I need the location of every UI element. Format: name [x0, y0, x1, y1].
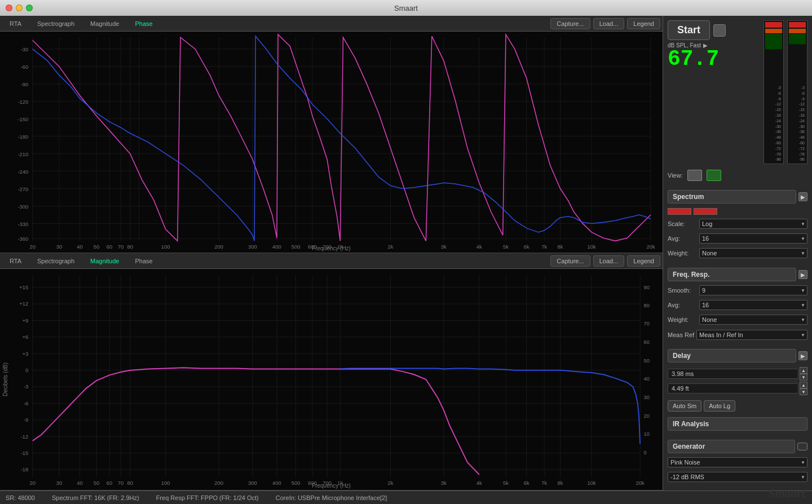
- auto-buttons: Auto Sm Auto Lg: [668, 400, 807, 412]
- ir-analysis-header[interactable]: IR Analysis: [668, 417, 807, 431]
- svg-text:+12: +12: [19, 300, 28, 307]
- freq-resp-arrow[interactable]: ▶: [798, 270, 807, 279]
- legend-btn-phase[interactable]: Legend: [627, 18, 660, 29]
- svg-rect-0: [0, 32, 663, 253]
- load-btn-mag[interactable]: Load...: [593, 255, 625, 267]
- svg-text:100: 100: [161, 480, 170, 486]
- meas-ref-label: Meas Ref: [668, 331, 694, 338]
- phase-xlabel: Frequency (Hz): [312, 245, 351, 251]
- right-panel: Start dB SPL, Fast ▶ 67.7 -3-6-9-12-15-1…: [663, 16, 812, 490]
- smooth-select-wrapper[interactable]: 9 6 12: [699, 285, 807, 295]
- svg-text:4k: 4k: [476, 244, 482, 250]
- weight-select-wrapper[interactable]: None A C: [699, 248, 807, 258]
- tab-rta-phase[interactable]: RTA: [2, 18, 29, 29]
- generator-level-wrapper[interactable]: -12 dB RMS -6 dB RMS -18 dB RMS: [668, 472, 807, 482]
- status-device: CoreIn: USBPre Microphone Interface[2]: [276, 494, 387, 501]
- generator-type-row: Pink Noise White Noise Sine Wave: [668, 457, 807, 468]
- weight2-select[interactable]: None A: [699, 315, 807, 325]
- svg-text:+15: +15: [19, 284, 28, 290]
- avg-row: Avg: 16 8 32: [668, 233, 807, 244]
- tab-phase-active[interactable]: Phase: [127, 18, 160, 29]
- capture-btn-mag[interactable]: Capture...: [550, 255, 590, 267]
- tab-spectrograph-phase[interactable]: Spectrograph: [30, 18, 82, 29]
- charts-area: RTA Spectrograph Magnitude Phase Capture…: [0, 16, 663, 490]
- tab-magnitude-phase[interactable]: Magnitude: [83, 18, 126, 29]
- weight2-select-wrapper[interactable]: None A: [699, 315, 807, 325]
- weight-select[interactable]: None A C: [699, 248, 807, 258]
- minimize-button[interactable]: [16, 5, 23, 11]
- svg-text:2k: 2k: [387, 480, 393, 486]
- scale-select[interactable]: Log Linear: [699, 219, 807, 229]
- svg-text:70: 70: [118, 244, 124, 250]
- view-btn-2[interactable]: [707, 170, 721, 181]
- svg-text:80: 80: [643, 302, 650, 308]
- phase-chart-area: PHASE Degrees: [0, 32, 663, 253]
- view-label: View:: [668, 172, 683, 179]
- weight2-label: Weight:: [668, 316, 697, 323]
- svg-text:10: 10: [643, 431, 650, 437]
- svg-text:-120: -120: [17, 99, 28, 105]
- avg2-select[interactable]: 16 8 32: [699, 300, 807, 310]
- view-btn-1[interactable]: [687, 170, 702, 181]
- svg-text:-18: -18: [21, 466, 29, 472]
- vu-green: [765, 34, 782, 85]
- weight-label: Weight:: [668, 250, 697, 257]
- delay-ft-down[interactable]: ▼: [800, 388, 807, 395]
- tab-magnitude-active[interactable]: Magnitude: [83, 255, 126, 267]
- close-button[interactable]: [6, 5, 12, 11]
- maximize-button[interactable]: [26, 5, 33, 11]
- auto-sm-button[interactable]: Auto Sm: [668, 400, 701, 412]
- weight-row: Weight: None A C: [668, 247, 807, 259]
- phase-tab-bar: RTA Spectrograph Magnitude Phase Capture…: [0, 16, 663, 32]
- tab-phase-mag[interactable]: Phase: [127, 255, 160, 267]
- delay-header[interactable]: Delay: [668, 349, 796, 362]
- spectrum-arrow[interactable]: ▶: [798, 192, 807, 201]
- spectrum-header[interactable]: Spectrum: [668, 190, 796, 204]
- avg-label: Avg:: [668, 235, 697, 242]
- scale-select-wrapper[interactable]: Log Linear: [699, 219, 807, 229]
- svg-text:-30: -30: [21, 47, 29, 52]
- generator-type-wrapper[interactable]: Pink Noise White Noise Sine Wave: [668, 457, 807, 467]
- delay-ft-up[interactable]: ▲: [800, 382, 807, 388]
- svg-text:-90: -90: [21, 82, 29, 87]
- tab-rta-mag[interactable]: RTA: [2, 255, 29, 267]
- legend-btn-mag[interactable]: Legend: [627, 255, 660, 267]
- svg-text:-15: -15: [21, 450, 29, 456]
- avg-select[interactable]: 16 8 32: [699, 233, 807, 244]
- svg-text:-210: -210: [17, 152, 28, 157]
- svg-text:3k: 3k: [441, 480, 447, 486]
- svg-text:-6: -6: [24, 400, 28, 406]
- meas-ref-select-wrapper[interactable]: Meas In / Ref In: [696, 330, 807, 340]
- delay-ms-down[interactable]: ▼: [800, 374, 807, 381]
- window-buttons: [6, 5, 33, 11]
- svg-text:500: 500: [292, 480, 301, 486]
- svg-text:6k: 6k: [524, 244, 529, 250]
- svg-text:2k: 2k: [387, 244, 393, 250]
- load-btn-phase[interactable]: Load...: [593, 18, 625, 29]
- capture-btn-phase[interactable]: Capture...: [550, 18, 590, 29]
- avg-select-wrapper[interactable]: 16 8 32: [699, 233, 807, 244]
- svg-text:0: 0: [643, 449, 646, 456]
- generator-header[interactable]: Generator: [668, 440, 795, 453]
- freq-resp-header[interactable]: Freq. Resp.: [668, 268, 796, 281]
- svg-text:10k: 10k: [587, 244, 596, 250]
- svg-text:+6: +6: [23, 334, 29, 340]
- generator-toggle[interactable]: [797, 443, 807, 450]
- smaart-logo: Smaart: [768, 486, 805, 501]
- generator-level-select[interactable]: -12 dB RMS -6 dB RMS -18 dB RMS: [668, 472, 807, 482]
- smooth-row: Smooth: 9 6 12: [668, 285, 807, 296]
- delay-ms-up[interactable]: ▲: [800, 367, 807, 374]
- start-button[interactable]: Start: [668, 20, 710, 40]
- generator-type-select[interactable]: Pink Noise White Noise Sine Wave: [668, 457, 807, 467]
- svg-text:-9: -9: [24, 417, 28, 423]
- tab-spectrograph-mag[interactable]: Spectrograph: [30, 255, 82, 267]
- avg2-select-wrapper[interactable]: 16 8 32: [699, 300, 807, 310]
- svg-text:50: 50: [643, 357, 650, 363]
- svg-text:8k: 8k: [558, 244, 563, 250]
- svg-text:80: 80: [127, 480, 134, 486]
- meas-ref-select[interactable]: Meas In / Ref In: [696, 330, 807, 340]
- auto-lg-button[interactable]: Auto Lg: [704, 400, 735, 412]
- smooth-select[interactable]: 9 6 12: [699, 285, 807, 295]
- delay-arrow[interactable]: ▶: [798, 351, 807, 360]
- led-indicator: [713, 24, 726, 37]
